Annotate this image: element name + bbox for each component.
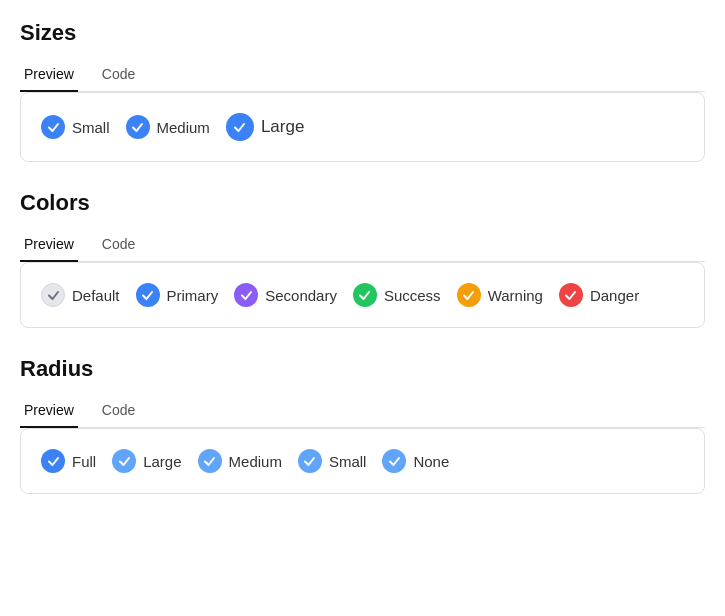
radius-none-item: None: [382, 449, 449, 473]
colors-title: Colors: [20, 190, 705, 216]
color-danger-label: Danger: [590, 287, 639, 304]
radius-large-icon[interactable]: [112, 449, 136, 473]
radius-medium-item: Medium: [198, 449, 282, 473]
size-large-icon[interactable]: [226, 113, 254, 141]
color-secondary-icon[interactable]: [234, 283, 258, 307]
color-default-label: Default: [72, 287, 120, 304]
size-small-icon[interactable]: [41, 115, 65, 139]
radius-none-icon[interactable]: [382, 449, 406, 473]
color-success-item: Success: [353, 283, 441, 307]
size-large-item: Large: [226, 113, 304, 141]
colors-section: Colors Preview Code Default Primary: [20, 190, 705, 328]
color-primary-label: Primary: [167, 287, 219, 304]
radius-tab-preview[interactable]: Preview: [20, 394, 78, 428]
radius-large-label: Large: [143, 453, 181, 470]
radius-full-item: Full: [41, 449, 96, 473]
radius-medium-label: Medium: [229, 453, 282, 470]
radius-large-item: Large: [112, 449, 181, 473]
colors-tabs: Preview Code: [20, 228, 705, 262]
sizes-title: Sizes: [20, 20, 705, 46]
radius-small-icon[interactable]: [298, 449, 322, 473]
colors-tab-preview[interactable]: Preview: [20, 228, 78, 262]
size-medium-label: Medium: [157, 119, 210, 136]
color-success-label: Success: [384, 287, 441, 304]
color-warning-item: Warning: [457, 283, 543, 307]
sizes-tabs: Preview Code: [20, 58, 705, 92]
sizes-section: Sizes Preview Code Small Medium: [20, 20, 705, 162]
sizes-tab-preview[interactable]: Preview: [20, 58, 78, 92]
radius-title: Radius: [20, 356, 705, 382]
colors-tab-code[interactable]: Code: [98, 228, 139, 262]
sizes-preview-box: Small Medium Large: [20, 92, 705, 162]
size-large-label: Large: [261, 117, 304, 137]
radius-medium-icon[interactable]: [198, 449, 222, 473]
radius-full-label: Full: [72, 453, 96, 470]
color-default-icon[interactable]: [41, 283, 65, 307]
radius-tab-code[interactable]: Code: [98, 394, 139, 428]
radius-tabs: Preview Code: [20, 394, 705, 428]
color-primary-item: Primary: [136, 283, 219, 307]
color-secondary-item: Secondary: [234, 283, 337, 307]
sizes-tab-code[interactable]: Code: [98, 58, 139, 92]
color-warning-icon[interactable]: [457, 283, 481, 307]
radius-small-item: Small: [298, 449, 367, 473]
radius-full-icon[interactable]: [41, 449, 65, 473]
color-danger-icon[interactable]: [559, 283, 583, 307]
size-medium-icon[interactable]: [126, 115, 150, 139]
radius-small-label: Small: [329, 453, 367, 470]
radius-none-label: None: [413, 453, 449, 470]
color-success-icon[interactable]: [353, 283, 377, 307]
color-danger-item: Danger: [559, 283, 639, 307]
color-warning-label: Warning: [488, 287, 543, 304]
size-small-item: Small: [41, 115, 110, 139]
colors-preview-box: Default Primary Secondary: [20, 262, 705, 328]
color-primary-icon[interactable]: [136, 283, 160, 307]
size-small-label: Small: [72, 119, 110, 136]
radius-preview-box: Full Large Medium: [20, 428, 705, 494]
color-default-item: Default: [41, 283, 120, 307]
radius-section: Radius Preview Code Full Large: [20, 356, 705, 494]
color-secondary-label: Secondary: [265, 287, 337, 304]
size-medium-item: Medium: [126, 115, 210, 139]
